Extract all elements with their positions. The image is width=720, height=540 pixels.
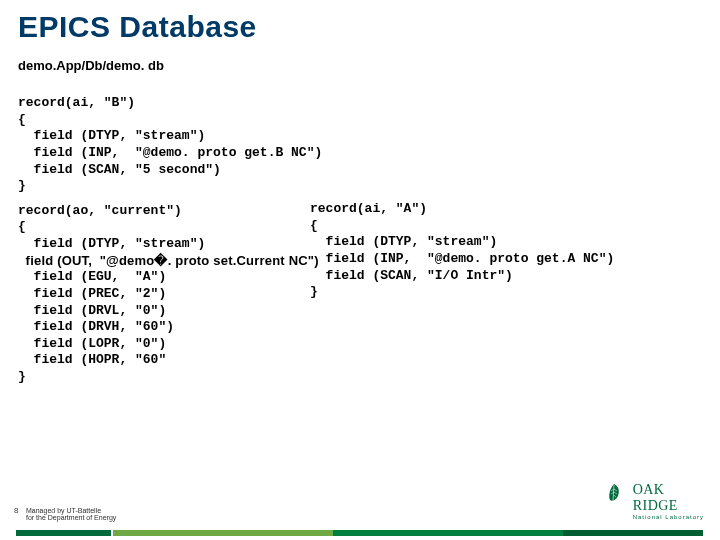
strip-segment <box>16 530 111 536</box>
strip-segment <box>113 530 333 536</box>
code-area: record(ai, "B") { field (DTYP, "stream")… <box>0 73 720 386</box>
oak-leaf-icon <box>604 482 624 510</box>
logo-ridge: RIDGE <box>633 498 678 513</box>
slide-subtitle: demo.App/Db/demo. db <box>0 44 720 73</box>
code-block-record-b: record(ai, "B") { field (DTYP, "stream")… <box>18 95 720 195</box>
strip-segment <box>563 530 703 536</box>
logo-oak: OAK <box>633 482 665 497</box>
slide-title: EPICS Database <box>0 0 720 44</box>
strip-segment <box>333 530 563 536</box>
footer-color-strip <box>0 518 720 536</box>
logo-text: OAK RIDGE <box>633 482 704 514</box>
ornl-logo: OAK RIDGE National Laboratory <box>604 482 704 520</box>
page-number: 8 <box>14 506 18 515</box>
managed-line-1: Managed by UT-Battelle <box>26 507 101 514</box>
code-block-record-a: record(ai, "A") { field (DTYP, "stream")… <box>310 201 614 301</box>
